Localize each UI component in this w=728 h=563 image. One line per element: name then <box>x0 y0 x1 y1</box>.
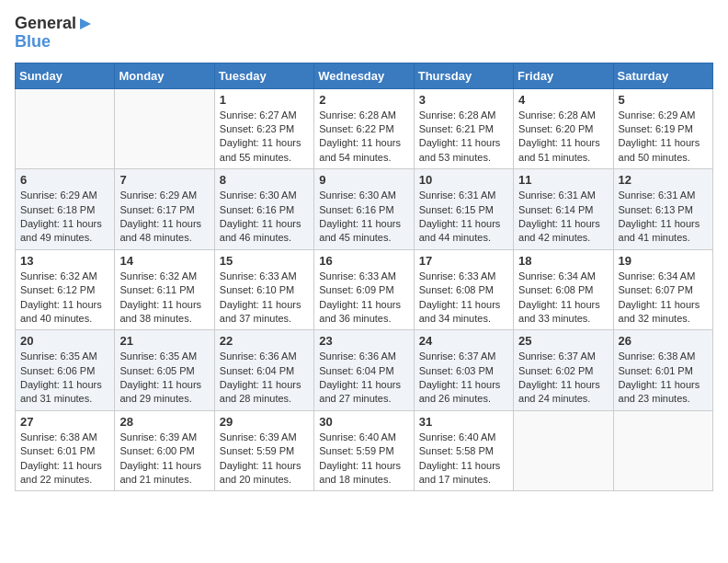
day-info: Sunrise: 6:28 AMSunset: 6:20 PMDaylight:… <box>518 109 608 166</box>
day-info: Sunrise: 6:30 AMSunset: 6:16 PMDaylight:… <box>319 189 408 246</box>
day-number: 20 <box>20 334 109 348</box>
day-number: 1 <box>220 93 309 107</box>
day-number: 14 <box>119 254 209 268</box>
day-info: Sunrise: 6:29 AMSunset: 6:18 PMDaylight:… <box>20 189 109 246</box>
day-info: Sunrise: 6:34 AMSunset: 6:07 PMDaylight:… <box>619 270 708 327</box>
calendar-week-row: 13Sunrise: 6:32 AMSunset: 6:12 PMDayligh… <box>16 249 713 330</box>
day-number: 15 <box>220 254 309 268</box>
day-number: 9 <box>319 173 408 187</box>
day-number: 8 <box>220 173 309 187</box>
calendar-cell: 15Sunrise: 6:33 AMSunset: 6:10 PMDayligh… <box>214 249 313 330</box>
day-info: Sunrise: 6:36 AMSunset: 6:04 PMDaylight:… <box>319 350 408 407</box>
logo-text-blue: Blue <box>15 33 51 52</box>
day-info: Sunrise: 6:33 AMSunset: 6:08 PMDaylight:… <box>419 270 508 327</box>
day-info: Sunrise: 6:37 AMSunset: 6:03 PMDaylight:… <box>419 350 508 407</box>
day-info: Sunrise: 6:27 AMSunset: 6:23 PMDaylight:… <box>220 109 309 166</box>
calendar-table: SundayMondayTuesdayWednesdayThursdayFrid… <box>15 63 713 492</box>
calendar-cell: 1Sunrise: 6:27 AMSunset: 6:23 PMDaylight… <box>214 88 313 169</box>
day-number: 4 <box>518 93 608 107</box>
calendar-cell: 13Sunrise: 6:32 AMSunset: 6:12 PMDayligh… <box>16 249 115 330</box>
weekday-header-monday: Monday <box>115 63 214 88</box>
day-number: 21 <box>119 334 209 348</box>
day-number: 28 <box>119 415 209 429</box>
calendar-cell <box>115 88 214 169</box>
calendar-cell: 7Sunrise: 6:29 AMSunset: 6:17 PMDaylight… <box>115 169 214 250</box>
day-number: 3 <box>419 93 508 107</box>
day-number: 11 <box>518 173 608 187</box>
calendar-cell: 28Sunrise: 6:39 AMSunset: 6:00 PMDayligh… <box>115 410 214 491</box>
day-info: Sunrise: 6:38 AMSunset: 6:01 PMDaylight:… <box>619 350 708 407</box>
calendar-cell: 16Sunrise: 6:33 AMSunset: 6:09 PMDayligh… <box>314 249 414 330</box>
weekday-header-friday: Friday <box>514 63 613 88</box>
calendar-cell: 31Sunrise: 6:40 AMSunset: 5:58 PMDayligh… <box>414 410 513 491</box>
calendar-cell: 4Sunrise: 6:28 AMSunset: 6:20 PMDaylight… <box>514 88 613 169</box>
day-number: 16 <box>319 254 408 268</box>
day-number: 23 <box>319 334 408 348</box>
calendar-cell: 11Sunrise: 6:31 AMSunset: 6:14 PMDayligh… <box>514 169 613 250</box>
calendar-cell: 30Sunrise: 6:40 AMSunset: 5:59 PMDayligh… <box>314 410 414 491</box>
day-info: Sunrise: 6:33 AMSunset: 6:10 PMDaylight:… <box>220 270 309 327</box>
weekday-header-row: SundayMondayTuesdayWednesdayThursdayFrid… <box>16 63 713 88</box>
calendar-cell: 10Sunrise: 6:31 AMSunset: 6:15 PMDayligh… <box>414 169 513 250</box>
day-info: Sunrise: 6:38 AMSunset: 6:01 PMDaylight:… <box>20 431 109 488</box>
calendar-cell: 21Sunrise: 6:35 AMSunset: 6:05 PMDayligh… <box>115 330 214 411</box>
calendar-cell: 24Sunrise: 6:37 AMSunset: 6:03 PMDayligh… <box>414 330 513 411</box>
day-info: Sunrise: 6:40 AMSunset: 5:59 PMDaylight:… <box>319 431 408 488</box>
calendar-cell: 9Sunrise: 6:30 AMSunset: 6:16 PMDaylight… <box>314 169 414 250</box>
day-number: 26 <box>619 334 708 348</box>
calendar-week-row: 1Sunrise: 6:27 AMSunset: 6:23 PMDaylight… <box>16 88 713 169</box>
day-info: Sunrise: 6:31 AMSunset: 6:14 PMDaylight:… <box>518 189 608 246</box>
calendar-cell <box>514 410 613 491</box>
day-info: Sunrise: 6:39 AMSunset: 5:59 PMDaylight:… <box>220 431 309 488</box>
calendar-week-row: 6Sunrise: 6:29 AMSunset: 6:18 PMDaylight… <box>16 169 713 250</box>
calendar-cell <box>613 410 712 491</box>
calendar-week-row: 20Sunrise: 6:35 AMSunset: 6:06 PMDayligh… <box>16 330 713 411</box>
day-info: Sunrise: 6:32 AMSunset: 6:11 PMDaylight:… <box>119 270 209 327</box>
weekday-header-tuesday: Tuesday <box>214 63 313 88</box>
day-info: Sunrise: 6:35 AMSunset: 6:06 PMDaylight:… <box>20 350 109 407</box>
weekday-header-saturday: Saturday <box>613 63 712 88</box>
calendar-cell: 5Sunrise: 6:29 AMSunset: 6:19 PMDaylight… <box>613 88 712 169</box>
logo: General Blue <box>15 15 93 52</box>
calendar-cell: 2Sunrise: 6:28 AMSunset: 6:22 PMDaylight… <box>314 88 414 169</box>
calendar-cell: 18Sunrise: 6:34 AMSunset: 6:08 PMDayligh… <box>514 249 613 330</box>
weekday-header-wednesday: Wednesday <box>314 63 414 88</box>
day-info: Sunrise: 6:29 AMSunset: 6:19 PMDaylight:… <box>619 109 708 166</box>
day-number: 5 <box>619 93 708 107</box>
day-info: Sunrise: 6:28 AMSunset: 6:21 PMDaylight:… <box>419 109 508 166</box>
calendar-cell: 23Sunrise: 6:36 AMSunset: 6:04 PMDayligh… <box>314 330 414 411</box>
calendar-cell: 29Sunrise: 6:39 AMSunset: 5:59 PMDayligh… <box>214 410 313 491</box>
day-info: Sunrise: 6:40 AMSunset: 5:58 PMDaylight:… <box>419 431 508 488</box>
day-number: 12 <box>619 173 708 187</box>
page-header: General Blue <box>15 15 713 52</box>
calendar-cell <box>16 88 115 169</box>
calendar-cell: 12Sunrise: 6:31 AMSunset: 6:13 PMDayligh… <box>613 169 712 250</box>
day-info: Sunrise: 6:37 AMSunset: 6:02 PMDaylight:… <box>518 350 608 407</box>
day-number: 24 <box>419 334 508 348</box>
calendar-cell: 27Sunrise: 6:38 AMSunset: 6:01 PMDayligh… <box>16 410 115 491</box>
day-number: 19 <box>619 254 708 268</box>
calendar-week-row: 27Sunrise: 6:38 AMSunset: 6:01 PMDayligh… <box>16 410 713 491</box>
calendar-cell: 19Sunrise: 6:34 AMSunset: 6:07 PMDayligh… <box>613 249 712 330</box>
calendar-cell: 26Sunrise: 6:38 AMSunset: 6:01 PMDayligh… <box>613 330 712 411</box>
calendar-cell: 3Sunrise: 6:28 AMSunset: 6:21 PMDaylight… <box>414 88 513 169</box>
day-number: 2 <box>319 93 408 107</box>
day-number: 27 <box>20 415 109 429</box>
calendar-cell: 25Sunrise: 6:37 AMSunset: 6:02 PMDayligh… <box>514 330 613 411</box>
calendar-cell: 6Sunrise: 6:29 AMSunset: 6:18 PMDaylight… <box>16 169 115 250</box>
logo-text-general: General <box>15 15 76 33</box>
calendar-cell: 8Sunrise: 6:30 AMSunset: 6:16 PMDaylight… <box>214 169 313 250</box>
calendar-cell: 14Sunrise: 6:32 AMSunset: 6:11 PMDayligh… <box>115 249 214 330</box>
day-number: 10 <box>419 173 508 187</box>
day-number: 7 <box>119 173 209 187</box>
calendar-cell: 22Sunrise: 6:36 AMSunset: 6:04 PMDayligh… <box>214 330 313 411</box>
weekday-header-sunday: Sunday <box>16 63 115 88</box>
day-number: 31 <box>419 415 508 429</box>
day-info: Sunrise: 6:30 AMSunset: 6:16 PMDaylight:… <box>220 189 309 246</box>
weekday-header-thursday: Thursday <box>414 63 513 88</box>
day-number: 25 <box>518 334 608 348</box>
day-info: Sunrise: 6:36 AMSunset: 6:04 PMDaylight:… <box>220 350 309 407</box>
day-number: 18 <box>518 254 608 268</box>
day-info: Sunrise: 6:32 AMSunset: 6:12 PMDaylight:… <box>20 270 109 327</box>
day-number: 13 <box>20 254 109 268</box>
